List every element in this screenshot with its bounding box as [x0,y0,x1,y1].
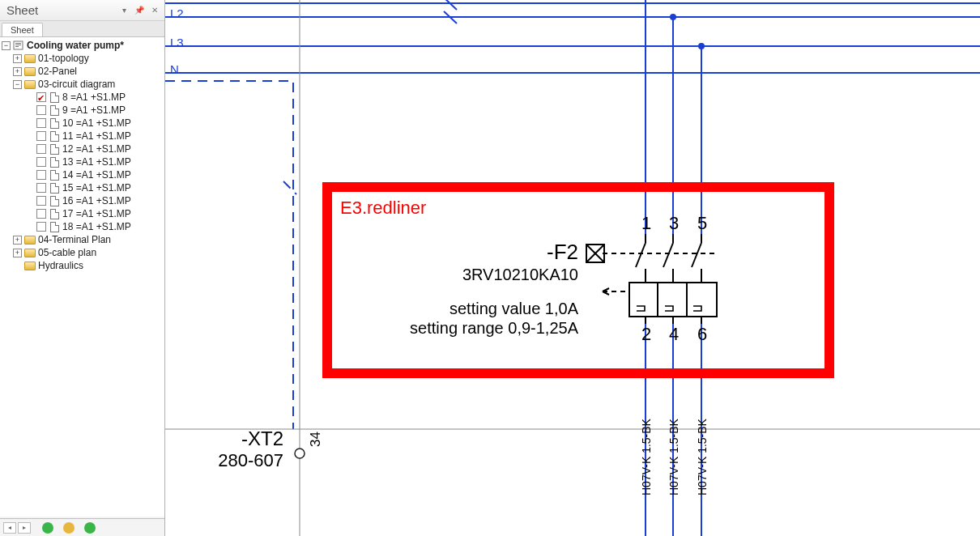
tree-sheet[interactable]: 9 =A1 +S1.MP [24,104,164,117]
sheet-label: 14 =A1 +S1.MP [62,168,131,181]
nav-prev-icon[interactable]: ◂ [3,522,16,534]
expand-icon[interactable]: + [13,236,22,245]
folder-icon [24,249,36,257]
sheet-checkbox[interactable] [36,144,46,154]
sheet-label: 17 =A1 +S1.MP [62,207,131,220]
svg-point-16 [671,15,675,19]
bus-label-l3: L3 [170,36,184,49]
sheet-label: 15 =A1 +S1.MP [62,181,131,194]
terminal-ref: -XT2 [241,428,283,450]
page-icon [49,222,60,232]
expand-icon[interactable]: + [13,54,22,63]
tree-sheet[interactable]: 10 =A1 +S1.MP [24,117,164,130]
sheet-panel: Sheet ▾ 📌 ✕ Sheet − Cooling water pump* … [0,0,165,536]
page-icon [49,105,60,116]
sheet-label: 18 =A1 +S1.MP [62,220,131,233]
tree-sheet[interactable]: 18 =A1 +S1.MP [24,220,164,233]
sheet-checkbox[interactable] [36,222,46,232]
tree-sheet[interactable]: 12 =A1 +S1.MP [24,143,164,155]
expand-icon[interactable]: + [13,67,22,76]
panel-header: Sheet ▾ 📌 ✕ [0,0,164,21]
svg-rect-1 [15,43,21,44]
tree-sheet[interactable]: 16 =A1 +S1.MP [24,194,164,207]
drawing-canvas[interactable]: L2 L3 N E3.redliner 1 3 5 2 4 6 -F2 3RV1… [165,0,980,536]
status-dot-green-2 [84,522,96,534]
sheet-label: 9 =A1 +S1.MP [62,104,126,117]
svg-line-26 [663,243,673,267]
page-icon [49,183,60,194]
folder-icon [24,54,36,63]
redliner-label: E3.redliner [340,198,426,219]
sheet-checkbox[interactable] [36,209,46,219]
pin-top-2: 3 [666,213,682,234]
dropdown-icon[interactable]: ▾ [117,4,130,17]
folder-icon [24,236,36,245]
component-setting-range: setting range 0,9-1,25A [410,319,578,338]
page-icon [49,157,60,168]
collapse-icon[interactable]: − [13,80,22,89]
tab-sheet[interactable]: Sheet [2,23,43,36]
terminal-num: 34 [308,432,324,447]
pin-top-1: 1 [638,213,654,234]
sheet-checkbox[interactable] [36,170,46,180]
sheet-label: 16 =A1 +S1.MP [62,194,131,207]
sheet-checkbox[interactable] [36,92,46,102]
collapse-icon[interactable]: − [2,41,11,50]
svg-line-14 [444,0,457,10]
sheet-checkbox[interactable] [36,196,46,206]
folder-icon [24,67,36,76]
tree-folder-hydraulics[interactable]: Hydraulics [13,259,164,272]
tree-folder-topology[interactable]: + 01-topology [13,52,164,65]
sheet-label: 13 =A1 +S1.MP [62,155,131,168]
svg-rect-2 [15,45,21,45]
page-icon [49,196,60,206]
page-icon [49,118,60,129]
bus-label-n: N [170,62,179,76]
pin-bot-1: 2 [638,324,654,345]
tree-sheet[interactable]: 13 =A1 +S1.MP [24,155,164,168]
page-icon [49,170,60,181]
page-icon [49,92,60,103]
tree-folder-panel[interactable]: + 02-Panel [13,65,164,78]
tree-sheet[interactable]: 14 =A1 +S1.MP [24,168,164,181]
sheet-checkbox[interactable] [36,183,46,193]
folder-icon [24,80,36,89]
bus-label-l2: L2 [170,6,184,20]
sheet-checkbox[interactable] [36,157,46,167]
sheet-checkbox[interactable] [36,118,46,128]
pin-bot-3: 6 [694,324,710,345]
svg-point-17 [699,44,704,49]
tree-folder-terminal[interactable]: + 04-Terminal Plan [13,233,164,246]
svg-line-29 [692,243,701,267]
sheet-checkbox[interactable] [36,105,46,115]
pin-top-3: 5 [694,213,710,234]
close-icon[interactable]: ✕ [148,4,161,17]
sheet-tree[interactable]: − Cooling water pump* + 01-topology + [0,37,164,517]
page-icon [49,131,60,142]
sheet-label: 8 =A1 +S1.MP [62,91,126,104]
sheet-checkbox[interactable] [36,131,46,141]
svg-line-23 [636,243,646,267]
sheet-label: 10 =A1 +S1.MP [62,117,131,130]
expand-icon[interactable]: + [13,249,22,257]
tree-sheet[interactable]: 17 =A1 +S1.MP [24,207,164,220]
pin-icon[interactable]: 📌 [133,4,146,17]
component-setting-value: setting value 1,0A [450,300,578,318]
status-dot-green [42,522,53,534]
terminal-type: 280-607 [218,450,283,471]
tree-root[interactable]: − Cooling water pump* [2,39,164,52]
page-icon [49,209,60,219]
nav-next-icon[interactable]: ▸ [18,522,31,534]
tree-sheet[interactable]: 11 =A1 +S1.MP [24,130,164,143]
tree-folder-circuit[interactable]: − 03-circuit diagram [13,78,164,91]
project-icon [13,40,24,51]
wire-label-1: H07V-K 1.5-BK [640,419,653,496]
tree-sheet[interactable]: 8 =A1 +S1.MP [24,91,164,104]
tab-strip: Sheet [0,21,164,37]
tree-root-label: Cooling water pump* [27,39,124,52]
tree-folder-cable[interactable]: + 05-cable plan [13,246,164,259]
svg-point-21 [295,449,305,458]
panel-title: Sheet [6,3,115,17]
status-dot-yellow [63,522,75,534]
tree-sheet[interactable]: 15 =A1 +S1.MP [24,181,164,194]
